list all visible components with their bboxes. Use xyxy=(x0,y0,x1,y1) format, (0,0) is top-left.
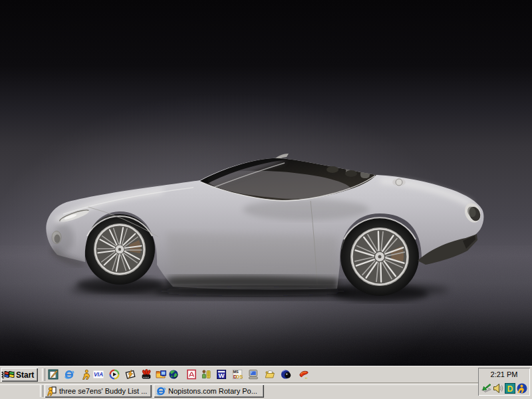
svg-text:D: D xyxy=(507,384,513,394)
svg-text:VIA: VIA xyxy=(94,371,103,378)
svg-text:OS: OS xyxy=(235,374,243,380)
svg-text:W: W xyxy=(219,372,225,379)
